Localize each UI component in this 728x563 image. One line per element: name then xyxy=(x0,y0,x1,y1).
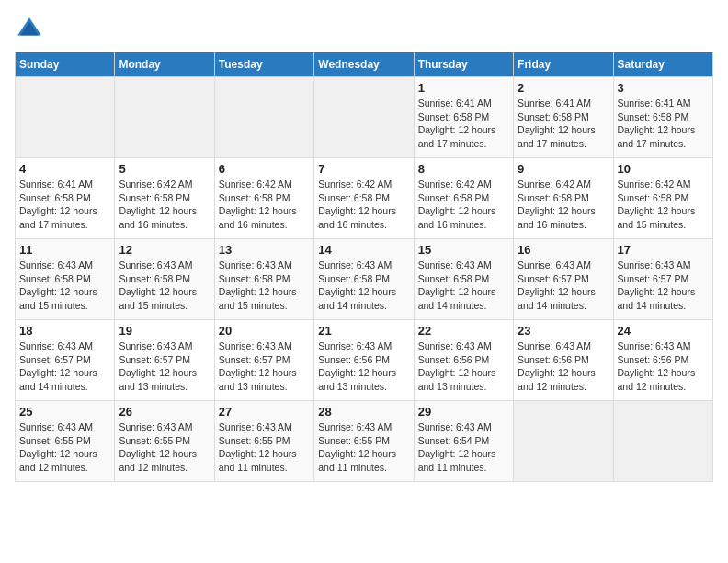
day-info: Sunrise: 6:43 AM Sunset: 6:55 PM Dayligh… xyxy=(219,420,310,475)
day-number: 6 xyxy=(219,162,310,176)
calendar-cell: 14Sunrise: 6:43 AM Sunset: 6:58 PM Dayli… xyxy=(314,239,414,320)
logo xyxy=(15,15,48,44)
calendar-cell: 23Sunrise: 6:43 AM Sunset: 6:56 PM Dayli… xyxy=(514,320,613,401)
calendar-cell xyxy=(16,77,115,158)
calendar-cell: 17Sunrise: 6:43 AM Sunset: 6:57 PM Dayli… xyxy=(613,239,712,320)
day-info: Sunrise: 6:43 AM Sunset: 6:55 PM Dayligh… xyxy=(119,420,210,475)
calendar-cell: 8Sunrise: 6:42 AM Sunset: 6:58 PM Daylig… xyxy=(414,158,513,239)
day-number: 9 xyxy=(518,162,609,176)
day-number: 26 xyxy=(119,405,210,419)
day-info: Sunrise: 6:41 AM Sunset: 6:58 PM Dayligh… xyxy=(518,97,609,151)
header-sunday: Sunday xyxy=(16,52,115,77)
calendar-cell xyxy=(613,401,712,482)
day-number: 15 xyxy=(418,243,509,257)
day-number: 28 xyxy=(318,405,409,419)
calendar-cell: 4Sunrise: 6:41 AM Sunset: 6:58 PM Daylig… xyxy=(16,158,115,239)
day-number: 10 xyxy=(618,162,709,176)
day-info: Sunrise: 6:43 AM Sunset: 6:57 PM Dayligh… xyxy=(219,339,310,394)
calendar-cell xyxy=(314,77,414,158)
calendar-cell: 28Sunrise: 6:43 AM Sunset: 6:55 PM Dayli… xyxy=(314,401,414,482)
day-number: 23 xyxy=(518,324,609,338)
day-number: 27 xyxy=(219,405,310,419)
day-info: Sunrise: 6:43 AM Sunset: 6:56 PM Dayligh… xyxy=(418,339,509,394)
day-info: Sunrise: 6:43 AM Sunset: 6:56 PM Dayligh… xyxy=(518,339,609,394)
calendar-cell: 21Sunrise: 6:43 AM Sunset: 6:56 PM Dayli… xyxy=(314,320,414,401)
calendar-cell: 12Sunrise: 6:43 AM Sunset: 6:58 PM Dayli… xyxy=(115,239,214,320)
calendar-cell: 29Sunrise: 6:43 AM Sunset: 6:54 PM Dayli… xyxy=(414,401,513,482)
calendar-cell: 3Sunrise: 6:41 AM Sunset: 6:58 PM Daylig… xyxy=(613,77,712,158)
day-number: 8 xyxy=(418,162,509,176)
calendar-cell: 27Sunrise: 6:43 AM Sunset: 6:55 PM Dayli… xyxy=(214,401,313,482)
calendar-cell: 7Sunrise: 6:42 AM Sunset: 6:58 PM Daylig… xyxy=(314,158,414,239)
day-info: Sunrise: 6:43 AM Sunset: 6:57 PM Dayligh… xyxy=(19,339,110,394)
calendar-cell: 26Sunrise: 6:43 AM Sunset: 6:55 PM Dayli… xyxy=(115,401,214,482)
day-info: Sunrise: 6:41 AM Sunset: 6:58 PM Dayligh… xyxy=(618,97,709,151)
calendar-cell: 1Sunrise: 6:41 AM Sunset: 6:58 PM Daylig… xyxy=(414,77,513,158)
day-number: 21 xyxy=(318,324,409,338)
calendar-cell: 11Sunrise: 6:43 AM Sunset: 6:58 PM Dayli… xyxy=(16,239,115,320)
day-info: Sunrise: 6:41 AM Sunset: 6:58 PM Dayligh… xyxy=(19,178,110,232)
day-number: 29 xyxy=(418,405,509,419)
page-header xyxy=(15,15,713,44)
calendar-cell xyxy=(115,77,214,158)
day-info: Sunrise: 6:43 AM Sunset: 6:58 PM Dayligh… xyxy=(119,259,210,313)
day-info: Sunrise: 6:43 AM Sunset: 6:58 PM Dayligh… xyxy=(219,259,310,313)
header-wednesday: Wednesday xyxy=(314,52,414,77)
day-info: Sunrise: 6:42 AM Sunset: 6:58 PM Dayligh… xyxy=(418,178,509,232)
day-number: 14 xyxy=(318,243,409,257)
calendar-cell: 15Sunrise: 6:43 AM Sunset: 6:58 PM Dayli… xyxy=(414,239,513,320)
day-info: Sunrise: 6:43 AM Sunset: 6:56 PM Dayligh… xyxy=(318,339,409,394)
day-number: 11 xyxy=(19,243,110,257)
header-monday: Monday xyxy=(115,52,214,77)
day-info: Sunrise: 6:41 AM Sunset: 6:58 PM Dayligh… xyxy=(418,97,509,151)
day-info: Sunrise: 6:43 AM Sunset: 6:58 PM Dayligh… xyxy=(418,259,509,313)
logo-icon xyxy=(15,15,44,44)
calendar-cell: 19Sunrise: 6:43 AM Sunset: 6:57 PM Dayli… xyxy=(115,320,214,401)
day-number: 12 xyxy=(119,243,210,257)
calendar-cell: 5Sunrise: 6:42 AM Sunset: 6:58 PM Daylig… xyxy=(115,158,214,239)
calendar-cell: 9Sunrise: 6:42 AM Sunset: 6:58 PM Daylig… xyxy=(514,158,613,239)
calendar-cell: 6Sunrise: 6:42 AM Sunset: 6:58 PM Daylig… xyxy=(214,158,313,239)
calendar-cell xyxy=(214,77,313,158)
calendar-table: SundayMondayTuesdayWednesdayThursdayFrid… xyxy=(15,52,713,482)
day-number: 4 xyxy=(19,162,110,176)
day-number: 17 xyxy=(618,243,709,257)
day-number: 24 xyxy=(618,324,709,338)
day-info: Sunrise: 6:42 AM Sunset: 6:58 PM Dayligh… xyxy=(318,178,409,232)
calendar-cell: 22Sunrise: 6:43 AM Sunset: 6:56 PM Dayli… xyxy=(414,320,513,401)
header-thursday: Thursday xyxy=(414,52,513,77)
calendar-cell: 16Sunrise: 6:43 AM Sunset: 6:57 PM Dayli… xyxy=(514,239,613,320)
calendar-cell xyxy=(514,401,613,482)
day-number: 5 xyxy=(119,162,210,176)
day-number: 13 xyxy=(219,243,310,257)
header-friday: Friday xyxy=(514,52,613,77)
day-info: Sunrise: 6:42 AM Sunset: 6:58 PM Dayligh… xyxy=(219,178,310,232)
day-info: Sunrise: 6:43 AM Sunset: 6:58 PM Dayligh… xyxy=(19,259,110,313)
day-number: 20 xyxy=(219,324,310,338)
day-number: 3 xyxy=(618,81,709,95)
calendar-cell: 24Sunrise: 6:43 AM Sunset: 6:56 PM Dayli… xyxy=(613,320,712,401)
calendar-cell: 20Sunrise: 6:43 AM Sunset: 6:57 PM Dayli… xyxy=(214,320,313,401)
day-info: Sunrise: 6:43 AM Sunset: 6:54 PM Dayligh… xyxy=(418,420,509,475)
header-tuesday: Tuesday xyxy=(214,52,313,77)
day-info: Sunrise: 6:43 AM Sunset: 6:55 PM Dayligh… xyxy=(19,420,110,475)
day-info: Sunrise: 6:43 AM Sunset: 6:57 PM Dayligh… xyxy=(518,259,609,313)
calendar-cell: 25Sunrise: 6:43 AM Sunset: 6:55 PM Dayli… xyxy=(16,401,115,482)
calendar-cell: 13Sunrise: 6:43 AM Sunset: 6:58 PM Dayli… xyxy=(214,239,313,320)
day-info: Sunrise: 6:42 AM Sunset: 6:58 PM Dayligh… xyxy=(618,178,709,232)
day-number: 16 xyxy=(518,243,609,257)
day-info: Sunrise: 6:43 AM Sunset: 6:55 PM Dayligh… xyxy=(318,420,409,475)
day-number: 1 xyxy=(418,81,509,95)
day-info: Sunrise: 6:43 AM Sunset: 6:58 PM Dayligh… xyxy=(318,259,409,313)
day-info: Sunrise: 6:43 AM Sunset: 6:57 PM Dayligh… xyxy=(618,259,709,313)
calendar-cell: 10Sunrise: 6:42 AM Sunset: 6:58 PM Dayli… xyxy=(613,158,712,239)
day-number: 25 xyxy=(19,405,110,419)
day-number: 18 xyxy=(19,324,110,338)
day-info: Sunrise: 6:43 AM Sunset: 6:57 PM Dayligh… xyxy=(119,339,210,394)
calendar-cell: 18Sunrise: 6:43 AM Sunset: 6:57 PM Dayli… xyxy=(16,320,115,401)
header-saturday: Saturday xyxy=(613,52,712,77)
day-info: Sunrise: 6:43 AM Sunset: 6:56 PM Dayligh… xyxy=(618,339,709,394)
day-number: 22 xyxy=(418,324,509,338)
day-info: Sunrise: 6:42 AM Sunset: 6:58 PM Dayligh… xyxy=(119,178,210,232)
calendar-cell: 2Sunrise: 6:41 AM Sunset: 6:58 PM Daylig… xyxy=(514,77,613,158)
